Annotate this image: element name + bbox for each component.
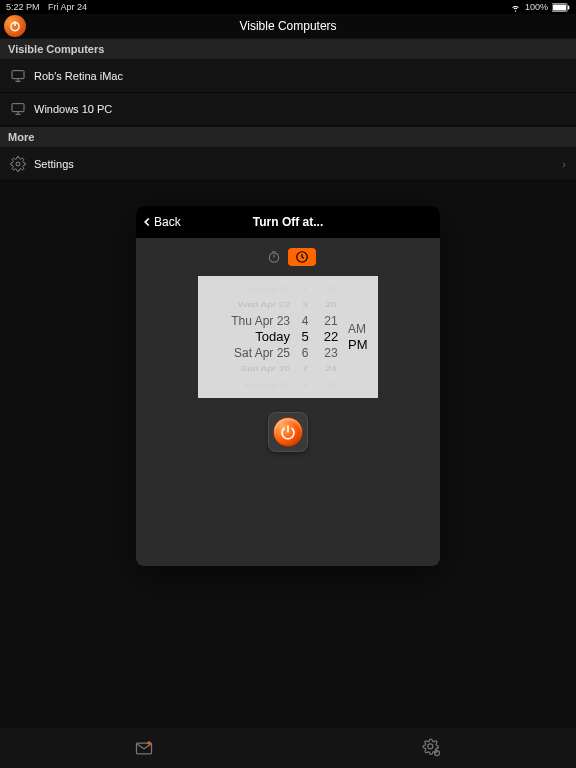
power-icon bbox=[274, 418, 302, 446]
svg-point-12 bbox=[269, 253, 278, 262]
modal-title: Turn Off at... bbox=[136, 215, 440, 229]
picker-ampm-column[interactable]: AM PM bbox=[348, 276, 372, 398]
modal-backdrop: Back Turn Off at... Tue Apr 21 Wed Apr 2… bbox=[0, 0, 576, 768]
datetime-picker[interactable]: Tue Apr 21 Wed Apr 22 Thu Apr 23 Today S… bbox=[198, 276, 378, 398]
clock-mode-icon[interactable] bbox=[288, 248, 316, 266]
svg-point-19 bbox=[428, 744, 433, 749]
mode-segment bbox=[136, 238, 440, 272]
modal-header: Back Turn Off at... bbox=[136, 206, 440, 238]
back-button[interactable]: Back bbox=[136, 215, 181, 229]
app-power-icon[interactable] bbox=[4, 15, 26, 37]
picker-hour-column[interactable]: 2 3 4 5 6 7 8 bbox=[296, 276, 314, 398]
svg-point-18 bbox=[147, 741, 150, 744]
picker-minute-column[interactable]: 19 20 21 22 23 24 25 bbox=[320, 276, 342, 398]
confirm-power-button[interactable] bbox=[268, 412, 308, 452]
tab-mail[interactable] bbox=[0, 728, 288, 768]
tab-settings[interactable] bbox=[288, 728, 576, 768]
timer-mode-icon[interactable] bbox=[260, 248, 288, 266]
turn-off-modal: Back Turn Off at... Tue Apr 21 Wed Apr 2… bbox=[136, 206, 440, 566]
picker-date-column[interactable]: Tue Apr 21 Wed Apr 22 Thu Apr 23 Today S… bbox=[206, 276, 290, 398]
back-label: Back bbox=[154, 215, 181, 229]
tab-bar bbox=[0, 728, 576, 768]
